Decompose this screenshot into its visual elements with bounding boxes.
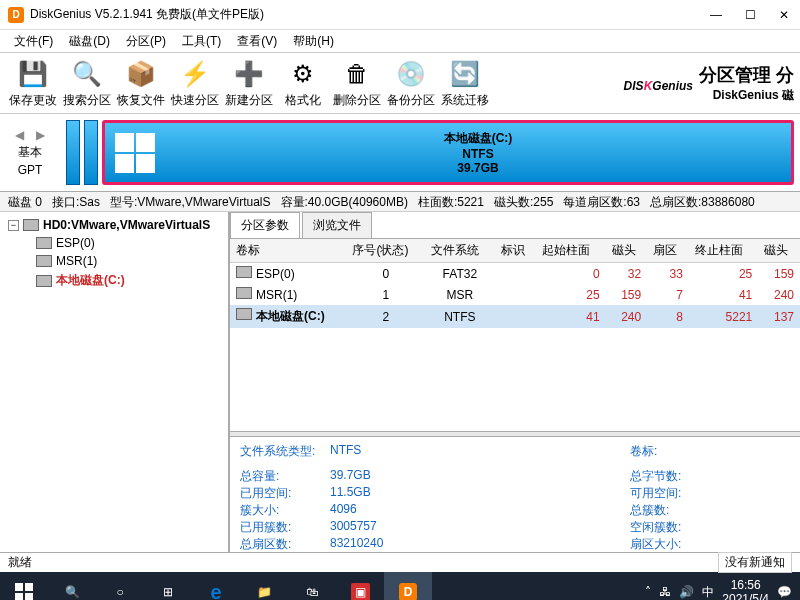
partition-bar-msr[interactable] [84, 120, 98, 185]
tree-item-msr[interactable]: MSR(1) [4, 252, 224, 270]
brand-area: DISKGenius 分区管理 分DiskGenius 磁 [624, 63, 794, 104]
start-button[interactable] [0, 572, 48, 600]
svg-rect-3 [25, 593, 33, 600]
action-center-icon[interactable]: 💬 [777, 585, 792, 599]
partition-scheme-label: GPT [18, 163, 43, 177]
save-button-icon: 💾 [17, 58, 49, 90]
partition-details: 文件系统类型:NTFS卷标: 总容量:39.7GB总字节数: 已用空间:11.5… [230, 437, 800, 552]
backup-partition-button-icon: 💿 [395, 58, 427, 90]
table-row[interactable]: 本地磁盘(C:)2NTFS4124085221137 [230, 305, 800, 328]
delete-partition-button[interactable]: 🗑删除分区 [330, 58, 384, 109]
search-partition-button-icon: 🔍 [71, 58, 103, 90]
partition-bar-main[interactable]: 本地磁盘(C:) NTFS 39.7GB [102, 120, 794, 185]
notification-status[interactable]: 没有新通知 [718, 552, 792, 573]
menu-partition[interactable]: 分区(P) [120, 31, 172, 52]
explorer-button[interactable]: 📁 [240, 572, 288, 600]
clock[interactable]: 16:562021/5/4 [722, 578, 769, 600]
tray-expand-icon[interactable]: ˄ [645, 585, 651, 599]
menu-disk[interactable]: 磁盘(D) [63, 31, 116, 52]
table-row[interactable]: ESP(0)0FAT320323325159 [230, 263, 800, 285]
format-button-icon: ⚙ [287, 58, 319, 90]
taskbar: 🔍 ○ ⊞ e 📁 🛍 ▣ D ˄ 🖧 🔊 中 16:562021/5/4 💬 [0, 572, 800, 600]
windows-icon [115, 133, 155, 173]
disk-icon [23, 219, 39, 231]
menu-help[interactable]: 帮助(H) [287, 31, 340, 52]
save-button[interactable]: 💾保存更改 [6, 58, 60, 109]
delete-partition-button-icon: 🗑 [341, 58, 373, 90]
menu-view[interactable]: 查看(V) [231, 31, 283, 52]
quick-partition-button[interactable]: ⚡快速分区 [168, 58, 222, 109]
migrate-system-button-icon: 🔄 [449, 58, 481, 90]
tree-item-c[interactable]: 本地磁盘(C:) [4, 270, 224, 291]
window-title: DiskGenius V5.2.1.941 免费版(单文件PE版) [30, 6, 708, 23]
svg-rect-0 [15, 583, 23, 591]
app-logo: D [8, 7, 24, 23]
cortana-button[interactable]: ○ [96, 572, 144, 600]
quick-partition-button-icon: ⚡ [179, 58, 211, 90]
partition-tree: −HD0:VMware,VMwareVirtualS ESP(0) MSR(1)… [0, 212, 230, 552]
menu-tools[interactable]: 工具(T) [176, 31, 227, 52]
svg-rect-1 [25, 583, 33, 591]
tab-partition-params[interactable]: 分区参数 [230, 212, 300, 238]
migrate-system-button[interactable]: 🔄系统迁移 [438, 58, 492, 109]
network-icon[interactable]: 🖧 [659, 585, 671, 599]
disk-type-label: 基本 [18, 144, 42, 161]
toolbar: 💾保存更改🔍搜索分区📦恢复文件⚡快速分区➕新建分区⚙格式化🗑删除分区💿备份分区🔄… [0, 52, 800, 114]
close-button[interactable]: ✕ [776, 8, 792, 22]
menu-bar: 文件(F) 磁盘(D) 分区(P) 工具(T) 查看(V) 帮助(H) [0, 30, 800, 52]
recover-files-button[interactable]: 📦恢复文件 [114, 58, 168, 109]
taskview-button[interactable]: ⊞ [144, 572, 192, 600]
search-button[interactable]: 🔍 [48, 572, 96, 600]
collapse-icon[interactable]: − [8, 220, 19, 231]
ime-indicator[interactable]: 中 [702, 584, 714, 601]
minimize-button[interactable]: — [708, 8, 724, 22]
status-text: 就绪 [8, 554, 32, 571]
diskgenius-taskbar-button[interactable]: D [384, 572, 432, 600]
partition-icon [36, 275, 52, 287]
svg-rect-2 [15, 593, 23, 600]
partition-table: 卷标序号(状态)文件系统 标识起始柱面磁头 扇区终止柱面磁头 ESP(0)0FA… [230, 239, 800, 328]
table-row[interactable]: MSR(1)1MSR25159741240 [230, 284, 800, 305]
backup-partition-button[interactable]: 💿备份分区 [384, 58, 438, 109]
edge-button[interactable]: e [192, 572, 240, 600]
tab-browse-files[interactable]: 浏览文件 [302, 212, 372, 238]
tree-item-esp[interactable]: ESP(0) [4, 234, 224, 252]
prev-disk-button[interactable]: ◀ [15, 128, 24, 142]
partition-bar-esp[interactable] [66, 120, 80, 185]
partition-icon [36, 237, 52, 249]
next-disk-button[interactable]: ▶ [36, 128, 45, 142]
store-button[interactable]: 🛍 [288, 572, 336, 600]
disk-nav: ◀▶ 基本 GPT [0, 114, 60, 191]
recover-files-button-icon: 📦 [125, 58, 157, 90]
new-partition-button-icon: ➕ [233, 58, 265, 90]
disk-info-bar: 磁盘 0接口:Sas 型号:VMware,VMwareVirtualS容量:40… [0, 192, 800, 212]
menu-file[interactable]: 文件(F) [8, 31, 59, 52]
partition-icon [36, 255, 52, 267]
format-button[interactable]: ⚙格式化 [276, 58, 330, 109]
pe-app-button[interactable]: ▣ [336, 572, 384, 600]
new-partition-button[interactable]: ➕新建分区 [222, 58, 276, 109]
volume-icon[interactable]: 🔊 [679, 585, 694, 599]
disk-visualization: 本地磁盘(C:) NTFS 39.7GB [60, 114, 800, 191]
tree-root[interactable]: −HD0:VMware,VMwareVirtualS [4, 216, 224, 234]
maximize-button[interactable]: ☐ [742, 8, 758, 22]
search-partition-button[interactable]: 🔍搜索分区 [60, 58, 114, 109]
